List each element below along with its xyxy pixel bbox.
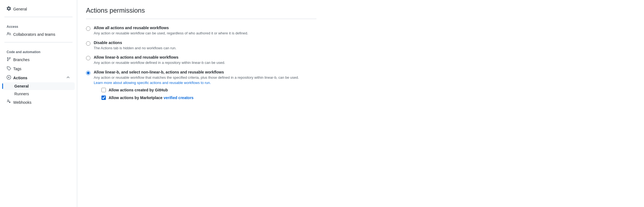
radio-opt2-desc: The Actions tab is hidden and no workflo… [94,45,176,51]
sidebar-item-actions[interactable]: Actions [2,73,75,82]
checkbox-github-label[interactable]: Allow actions created by GitHub [109,88,168,92]
branches-label: Branches [13,58,29,62]
radio-option-4: Allow linear-b, and select non-linear-b,… [86,70,316,103]
radio-options: Allow all actions and reusable workflows… [86,26,316,103]
checkbox-marketplace-prefix: Allow actions by Marketplace [109,96,163,100]
main-content: Actions permissions Allow all actions an… [77,0,325,207]
radio-opt3[interactable] [86,56,90,60]
webhooks-icon [7,100,11,105]
radio-opt3-desc: Any action or reusable workflow defined … [94,60,225,66]
radio-opt4-content: Allow linear-b, and select non-linear-b,… [94,70,299,103]
sidebar-item-collaborators[interactable]: Collaborators and teams [2,30,75,39]
checkbox-marketplace-label[interactable]: Allow actions by Marketplace verified cr… [109,96,194,100]
branch-icon [7,57,11,62]
sidebar-sub-item-runners[interactable]: Runners [2,90,75,98]
actions-icon [7,75,11,80]
radio-option-1: Allow all actions and reusable workflows… [86,26,316,36]
checkbox-marketplace-input[interactable] [101,96,106,100]
actions-sub-runners-label: Runners [14,92,29,96]
radio-opt4-desc-text: Any action or reusable workflow that mat… [94,75,299,80]
section-code-label: Code and automation [0,46,77,55]
people-icon [7,32,11,37]
radio-opt4-label[interactable]: Allow linear-b, and select non-linear-b,… [94,70,224,74]
tags-label: Tags [13,67,22,71]
actions-label: Actions [13,76,27,80]
radio-opt3-label[interactable]: Allow linear-b actions and reusable work… [94,55,178,59]
sidebar-general-label: General [13,7,27,11]
gear-icon [7,6,11,12]
divider-2 [4,42,73,42]
checkbox-marketplace: Allow actions by Marketplace verified cr… [101,96,299,100]
radio-opt1-label[interactable]: Allow all actions and reusable workflows [94,26,169,30]
radio-option-3: Allow linear-b actions and reusable work… [86,55,316,66]
radio-opt1[interactable] [86,26,90,31]
collaborators-label: Collaborators and teams [13,32,55,37]
sidebar-item-branches[interactable]: Branches [2,55,75,64]
radio-option-2: Disable actions The Actions tab is hidde… [86,40,316,51]
radio-opt2-content: Disable actions The Actions tab is hidde… [94,40,176,51]
checkbox-marketplace-link[interactable]: verified creators [163,96,194,100]
sidebar-item-tags[interactable]: Tags [2,64,75,73]
radio-opt1-desc: Any action or reusable workflow can be u… [94,31,248,36]
radio-opt2-label[interactable]: Disable actions [94,40,122,45]
page-title: Actions permissions [86,7,316,19]
radio-opt4-desc: Any action or reusable workflow that mat… [94,75,299,86]
chevron-up-icon [66,75,70,80]
sidebar-item-general[interactable]: General [2,4,75,13]
radio-opt4[interactable] [86,71,90,75]
webhooks-label: Webhooks [13,100,31,105]
checkbox-group: Allow actions created by GitHub Allow ac… [101,88,299,100]
sidebar-item-webhooks[interactable]: Webhooks [2,98,75,107]
sidebar: General Access Collaborators and teams C… [0,0,77,207]
actions-sub-general-label: General [14,84,29,88]
section-access-label: Access [0,20,77,30]
actions-header-left: Actions [7,75,27,80]
checkbox-github-input[interactable] [101,88,106,92]
radio-opt3-content: Allow linear-b actions and reusable work… [94,55,225,66]
radio-opt1-content: Allow all actions and reusable workflows… [94,26,248,36]
radio-opt2[interactable] [86,41,90,46]
tag-icon [7,66,11,71]
checkbox-github: Allow actions created by GitHub [101,88,299,92]
divider-1 [4,17,73,17]
radio-opt4-link[interactable]: Learn more about allowing specific actio… [94,81,211,85]
sidebar-sub-item-general[interactable]: General [2,82,75,90]
